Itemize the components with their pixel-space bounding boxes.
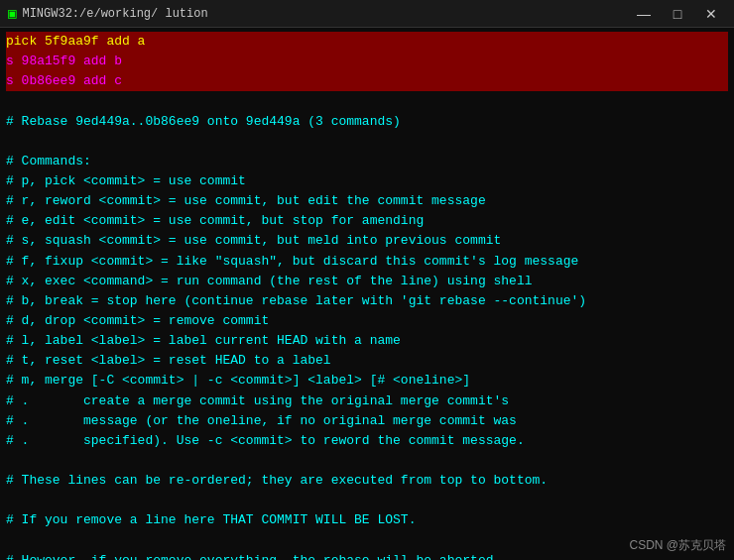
titlebar-left: ▣ MINGW32:/e/working/ lution bbox=[8, 5, 208, 22]
terminal-line: # e, edit <commit> = use commit, but sto… bbox=[6, 211, 728, 231]
terminal-line: # p, pick <commit> = use commit bbox=[6, 171, 728, 191]
maximize-button[interactable]: □ bbox=[663, 4, 692, 24]
terminal-line bbox=[6, 91, 728, 111]
terminal-line: # d, drop <commit> = remove commit bbox=[6, 311, 728, 331]
titlebar-title: MINGW32:/e/working/ lution bbox=[22, 7, 207, 21]
terminal-line: # l, label <label> = label current HEAD … bbox=[6, 331, 728, 351]
terminal-line: s 98a15f9 add b bbox=[6, 52, 728, 71]
terminal-line: # x, exec <command> = run command (the r… bbox=[6, 272, 728, 291]
terminal-line: # These lines can be re-ordered; they ar… bbox=[6, 471, 728, 491]
terminal-line: # s, squash <commit> = use commit, but m… bbox=[6, 231, 728, 251]
titlebar-controls: — □ ✕ bbox=[629, 4, 726, 24]
close-button[interactable]: ✕ bbox=[696, 4, 726, 24]
terminal-line bbox=[6, 491, 728, 510]
terminal-line bbox=[6, 451, 728, 471]
terminal-line: # If you remove a line here THAT COMMIT … bbox=[6, 510, 728, 530]
terminal-line: # Rebase 9ed449a..0b86ee9 onto 9ed449a (… bbox=[6, 112, 728, 132]
terminal-line: # . create a merge commit using the orig… bbox=[6, 392, 728, 411]
terminal-icon: ▣ bbox=[8, 5, 16, 22]
watermark: CSDN @苏克贝塔 bbox=[629, 537, 726, 554]
terminal-line: pick 5f9aa9f add a bbox=[6, 32, 728, 52]
terminal-line bbox=[6, 531, 728, 551]
terminal-line: # r, reword <commit> = use commit, but e… bbox=[6, 191, 728, 211]
terminal-line: # However, if you remove everything, the… bbox=[6, 551, 728, 560]
terminal-line bbox=[6, 132, 728, 152]
terminal-line: # m, merge [-C <commit> | -c <commit>] <… bbox=[6, 371, 728, 391]
terminal-line: s 0b86ee9 add c bbox=[6, 71, 728, 91]
terminal-line: # t, reset <label> = reset HEAD to a lab… bbox=[6, 351, 728, 371]
terminal-line: # . message (or the oneline, if no origi… bbox=[6, 411, 728, 431]
titlebar: ▣ MINGW32:/e/working/ lution — □ ✕ bbox=[0, 0, 734, 28]
terminal-line: # . specified). Use -c <commit> to rewor… bbox=[6, 431, 728, 451]
terminal-lines: pick 5f9aa9f add as 98a15f9 add bs 0b86e… bbox=[6, 32, 728, 560]
minimize-button[interactable]: — bbox=[629, 4, 659, 24]
terminal-line: # f, fixup <commit> = like "squash", but… bbox=[6, 252, 728, 272]
terminal-area: pick 5f9aa9f add as 98a15f9 add bs 0b86e… bbox=[0, 28, 734, 560]
terminal-line: # Commands: bbox=[6, 152, 728, 171]
terminal-line: # b, break = stop here (continue rebase … bbox=[6, 291, 728, 311]
